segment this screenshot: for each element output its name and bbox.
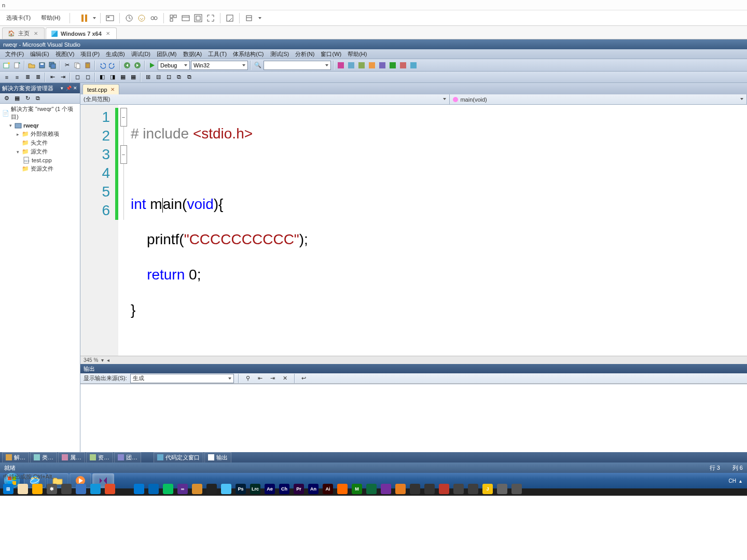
vm-tab-current[interactable]: Windows 7 x64 ✕ bbox=[46, 27, 117, 39]
bottom-tab-resource[interactable]: 资… bbox=[86, 452, 113, 463]
close-icon[interactable]: ✕ bbox=[33, 31, 39, 36]
paste-icon[interactable] bbox=[83, 61, 92, 70]
view-stretch-icon[interactable] bbox=[193, 13, 203, 23]
tool-icon[interactable]: ⊟ bbox=[154, 73, 163, 82]
save-all-icon[interactable] bbox=[48, 61, 57, 70]
zoom-value[interactable]: 345 % bbox=[84, 357, 98, 363]
host-app-icon[interactable] bbox=[439, 484, 449, 494]
tool-icon[interactable] bbox=[357, 61, 366, 70]
menu-file[interactable]: 文件(F) bbox=[2, 49, 27, 59]
tool-icon[interactable]: ⊞ bbox=[143, 73, 153, 82]
tool-icon[interactable]: ◨ bbox=[108, 73, 117, 82]
find-combo[interactable] bbox=[264, 61, 331, 70]
settings-icon[interactable] bbox=[244, 13, 254, 23]
host-app-icon[interactable] bbox=[410, 484, 420, 494]
collapse-icon[interactable]: ▾ bbox=[8, 123, 13, 128]
editor-tab-test-cpp[interactable]: test.cpp ✕ bbox=[82, 84, 119, 94]
wrap-icon[interactable]: ↩ bbox=[299, 374, 309, 383]
output-title[interactable]: 输出 bbox=[80, 364, 747, 373]
menu-help[interactable]: 帮助(H) bbox=[344, 49, 370, 59]
view-code-icon[interactable]: ⧉ bbox=[33, 94, 43, 103]
bottom-tab-class[interactable]: 类… bbox=[30, 452, 57, 463]
host-app-icon[interactable]: ∞ bbox=[177, 484, 188, 494]
host-app-icon[interactable] bbox=[381, 484, 391, 494]
undo-icon[interactable] bbox=[98, 61, 107, 70]
nav-forward-icon[interactable] bbox=[133, 61, 142, 70]
menu-project[interactable]: 项目(P) bbox=[77, 49, 103, 59]
close-icon[interactable]: ✕ bbox=[110, 87, 115, 92]
menu-arch[interactable]: 体系结构(C) bbox=[230, 49, 267, 59]
scope-combo-left[interactable]: (全局范围) bbox=[80, 94, 450, 104]
vm-menu-help[interactable]: 帮助(H) bbox=[38, 12, 63, 23]
tree-resources[interactable]: 📁 资源文件 bbox=[1, 164, 79, 173]
host-app-icon[interactable] bbox=[90, 484, 101, 494]
tree-external-deps[interactable]: ▸ 📁 外部依赖项 bbox=[1, 130, 79, 138]
settings-dropdown[interactable] bbox=[257, 16, 261, 20]
tree-headers[interactable]: 📁 头文件 bbox=[1, 138, 79, 147]
tool-icon[interactable] bbox=[347, 61, 356, 70]
menu-debug[interactable]: 调试(D) bbox=[128, 49, 154, 59]
fold-toggle[interactable]: − bbox=[120, 108, 127, 127]
bookmark-icon[interactable]: ◻ bbox=[73, 73, 82, 82]
nav-back-icon[interactable] bbox=[122, 61, 132, 70]
expand-icon[interactable] bbox=[16, 166, 20, 171]
host-app-icon[interactable] bbox=[206, 484, 217, 494]
host-app-icon[interactable] bbox=[61, 484, 72, 494]
properties-icon[interactable]: ⚙ bbox=[2, 94, 11, 103]
bottom-tab-code-def[interactable]: 代码定义窗口 bbox=[154, 452, 203, 463]
dropdown-icon[interactable]: ▾ bbox=[59, 86, 64, 91]
host-app-icon[interactable] bbox=[32, 484, 43, 494]
next-icon[interactable]: ⇥ bbox=[268, 374, 278, 383]
lang-indicator[interactable]: CH bbox=[729, 478, 736, 484]
find-icon[interactable]: 🔍 bbox=[253, 61, 262, 70]
close-icon[interactable]: ✕ bbox=[73, 86, 78, 91]
clear-icon[interactable]: ✕ bbox=[281, 374, 290, 383]
host-app-icon[interactable] bbox=[511, 484, 522, 494]
indent-increase-icon[interactable]: ≡ bbox=[12, 73, 22, 82]
indent-icon[interactable]: ⇥ bbox=[58, 73, 67, 82]
host-app-icon[interactable]: Ps bbox=[236, 484, 246, 494]
host-app-icon[interactable] bbox=[192, 484, 202, 494]
expand-icon[interactable]: ▸ bbox=[16, 132, 20, 136]
menu-data[interactable]: 数据(A) bbox=[180, 49, 205, 59]
fullscreen-icon[interactable] bbox=[205, 13, 216, 23]
code-editor[interactable]: 123456 − − # include <stdio.h> int main(… bbox=[80, 105, 747, 356]
host-app-icon[interactable]: Ai bbox=[323, 484, 333, 494]
new-project-icon[interactable] bbox=[2, 61, 11, 70]
system-tray[interactable]: CH ▴ bbox=[725, 478, 746, 484]
host-app-icon[interactable]: Ch bbox=[279, 484, 289, 494]
host-app-icon[interactable] bbox=[119, 484, 130, 494]
tool-icon[interactable]: ◧ bbox=[98, 73, 107, 82]
send-ctrl-alt-del-icon[interactable] bbox=[105, 13, 115, 23]
host-app-icon[interactable] bbox=[337, 484, 348, 494]
pin-icon[interactable]: 📌 bbox=[66, 86, 71, 91]
scope-combo-right[interactable]: main(void) bbox=[450, 94, 747, 104]
tool-icon[interactable]: ▦ bbox=[129, 73, 138, 82]
host-app-icon[interactable] bbox=[366, 484, 377, 494]
snapshot-manage-icon[interactable] bbox=[149, 13, 159, 23]
view-console-icon[interactable] bbox=[181, 13, 191, 23]
copy-icon[interactable] bbox=[73, 61, 82, 70]
host-app-icon[interactable] bbox=[497, 484, 507, 494]
bottom-tab-property[interactable]: 属… bbox=[58, 452, 85, 463]
tool-icon[interactable] bbox=[398, 61, 408, 70]
unity-icon[interactable] bbox=[225, 13, 235, 23]
redo-icon[interactable] bbox=[108, 61, 117, 70]
snapshot-icon[interactable] bbox=[124, 13, 134, 23]
fold-toggle[interactable]: − bbox=[120, 145, 127, 164]
tool-icon[interactable]: ⧉ bbox=[174, 73, 184, 82]
solution-explorer-header[interactable]: 解决方案资源管理器 ▾📌✕ bbox=[0, 83, 80, 93]
config-combo[interactable]: Debug bbox=[158, 61, 190, 70]
save-icon[interactable] bbox=[37, 61, 47, 70]
outdent-icon[interactable]: ⇤ bbox=[48, 73, 57, 82]
host-app-icon[interactable] bbox=[221, 484, 231, 494]
uncomment-icon[interactable]: ≣ bbox=[33, 73, 43, 82]
tool-icon[interactable]: ▦ bbox=[118, 73, 128, 82]
add-item-icon[interactable] bbox=[12, 61, 22, 70]
close-icon[interactable]: ✕ bbox=[105, 31, 111, 36]
tool-icon[interactable] bbox=[367, 61, 377, 70]
show-all-icon[interactable]: ▦ bbox=[12, 94, 22, 103]
tree-sources[interactable]: ▾ 📁 源文件 bbox=[1, 147, 79, 156]
menu-view[interactable]: 视图(V) bbox=[52, 49, 78, 59]
bottom-tab-team[interactable]: 团… bbox=[114, 452, 141, 463]
